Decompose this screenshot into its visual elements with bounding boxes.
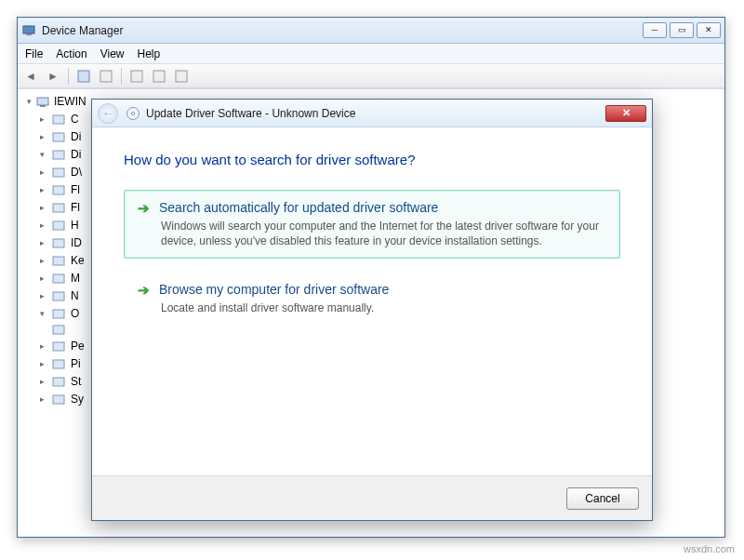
svg-rect-8 (40, 105, 46, 107)
expand-icon[interactable]: ▾ (38, 146, 46, 164)
expand-icon[interactable]: ▸ (38, 252, 46, 270)
expand-icon[interactable]: ▸ (38, 355, 46, 373)
svg-rect-12 (53, 168, 64, 177)
svg-rect-18 (53, 274, 64, 283)
device-manager-titlebar[interactable]: Device Manager ─ ▭ ✕ (18, 18, 724, 44)
maximize-button[interactable]: ▭ (670, 22, 694, 38)
svg-rect-3 (100, 71, 112, 82)
toolbar-icon[interactable] (150, 67, 168, 86)
cancel-button[interactable]: Cancel (566, 487, 639, 510)
svg-rect-4 (131, 71, 142, 82)
svg-rect-2 (78, 71, 89, 82)
menu-action[interactable]: Action (56, 47, 86, 60)
device-icon (51, 289, 66, 304)
device-icon (51, 323, 66, 338)
dialog-titlebar[interactable]: ← Update Driver Software - Unknown Devic… (92, 100, 652, 127)
dialog-close-button[interactable]: ✕ (605, 105, 646, 122)
tree-node-label: Di (71, 128, 81, 146)
menu-file[interactable]: File (25, 47, 43, 60)
device-icon (51, 130, 66, 145)
expand-icon[interactable]: ▸ (38, 270, 46, 287)
svg-rect-9 (53, 115, 64, 124)
watermark: wsxdn.com (684, 543, 735, 554)
toolbar-icon[interactable] (127, 67, 146, 86)
svg-rect-14 (53, 204, 64, 212)
expand-icon[interactable]: ▸ (38, 164, 46, 181)
device-icon (51, 393, 66, 407)
tree-node-label: D\ (71, 164, 82, 181)
svg-point-27 (131, 112, 134, 114)
back-button[interactable]: ← (98, 103, 118, 124)
toolbar-back-button[interactable]: ◄ (21, 67, 40, 86)
option-title: Browse my computer for driver software (159, 282, 389, 297)
dialog-footer: Cancel (92, 475, 652, 520)
arrow-icon: ➔ (138, 283, 150, 297)
toolbar-separator (121, 68, 122, 85)
svg-rect-24 (53, 378, 64, 386)
svg-rect-7 (37, 98, 48, 105)
device-icon (51, 272, 66, 287)
expand-icon[interactable]: ▸ (38, 181, 46, 199)
menu-help[interactable]: Help (138, 47, 161, 60)
tree-node-label: M (71, 270, 80, 287)
option-search-automatically[interactable]: ➔ Search automatically for updated drive… (124, 190, 620, 259)
tree-node-label: Di (71, 146, 81, 164)
expand-icon[interactable]: ▸ (38, 373, 46, 391)
collapse-icon[interactable]: ▾ (27, 93, 32, 111)
option-description: Windows will search your computer and th… (161, 219, 606, 248)
menu-view[interactable]: View (100, 47, 125, 60)
device-manager-menubar: File Action View Help (18, 44, 724, 64)
svg-rect-15 (53, 221, 64, 230)
tree-node-label: St (71, 373, 81, 391)
expand-icon[interactable]: ▸ (38, 128, 46, 146)
tree-node-label: H (71, 217, 79, 234)
svg-rect-0 (23, 26, 34, 33)
device-icon (51, 307, 66, 322)
device-icon (51, 183, 66, 198)
expand-icon[interactable]: ▸ (38, 217, 46, 234)
tree-root-label: IEWIN (54, 93, 86, 111)
tree-node-label: Ke (71, 252, 85, 270)
dialog-heading: How do you want to search for driver sof… (124, 152, 620, 167)
svg-rect-23 (53, 360, 64, 368)
driver-cd-icon (126, 106, 140, 121)
expand-icon[interactable]: ▸ (38, 199, 46, 217)
device-icon (51, 166, 66, 180)
arrow-icon: ➔ (138, 201, 150, 215)
close-button[interactable]: ✕ (697, 22, 721, 38)
toolbar-icon[interactable] (97, 67, 115, 86)
device-manager-title: Device Manager (42, 24, 643, 37)
svg-rect-16 (53, 239, 64, 247)
svg-rect-20 (53, 310, 64, 318)
svg-rect-17 (53, 257, 64, 265)
expand-icon[interactable]: ▸ (38, 391, 46, 408)
tree-node-label: N (71, 287, 79, 305)
expand-icon[interactable]: ▸ (38, 338, 46, 355)
update-driver-dialog: ← Update Driver Software - Unknown Devic… (91, 99, 653, 521)
toolbar-icon[interactable] (74, 67, 93, 86)
expand-icon[interactable]: ▸ (38, 287, 46, 305)
toolbar-icon[interactable] (172, 67, 191, 86)
device-icon (51, 236, 66, 251)
minimize-button[interactable]: ─ (643, 22, 667, 38)
svg-rect-6 (176, 71, 187, 82)
device-manager-icon (21, 23, 36, 38)
tree-node-label: Pi (71, 355, 81, 373)
dialog-title: Update Driver Software - Unknown Device (146, 107, 605, 120)
option-browse-computer[interactable]: ➔ Browse my computer for driver software… (124, 272, 620, 326)
expand-icon[interactable]: ▸ (38, 111, 46, 128)
expand-icon[interactable]: ▸ (38, 234, 46, 252)
svg-rect-1 (26, 33, 32, 35)
device-icon (51, 375, 66, 390)
device-icon (51, 340, 66, 354)
svg-rect-11 (53, 151, 64, 159)
device-icon (51, 219, 66, 233)
device-icon (51, 357, 66, 372)
tree-node-label: Sy (71, 391, 84, 408)
tree-node-label: O (71, 305, 79, 323)
device-icon (51, 201, 66, 216)
toolbar-forward-button[interactable]: ► (44, 67, 62, 86)
expand-icon[interactable]: ▾ (38, 305, 46, 323)
device-icon (51, 113, 66, 127)
device-icon (51, 254, 66, 269)
